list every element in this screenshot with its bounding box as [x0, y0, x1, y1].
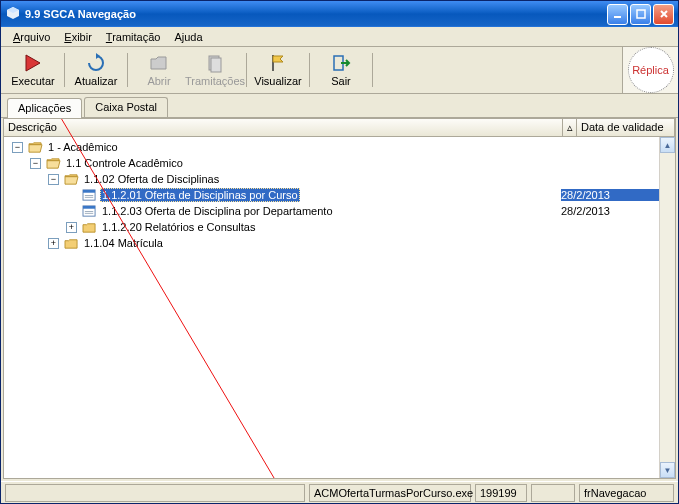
menu-exibir[interactable]: Exibir: [58, 29, 98, 45]
window-controls: [607, 4, 674, 25]
tree-cell-descricao: −1 - Acadêmico: [4, 140, 561, 154]
tree-item-label: 1.1.04 Matrícula: [82, 237, 165, 249]
executar-button[interactable]: Executar: [5, 49, 61, 91]
app-icon: [5, 6, 21, 22]
status-cell-blank: [5, 484, 305, 502]
form-icon: [81, 204, 97, 218]
tab-caixa-postal[interactable]: Caixa Postal: [84, 97, 168, 117]
menu-label: A: [174, 31, 181, 43]
status-cell-num: 199199: [475, 484, 527, 502]
tab-aplicacoes[interactable]: Aplicações: [7, 98, 82, 118]
tree-row[interactable]: +1.1.04 Matrícula: [4, 235, 659, 251]
title-bar[interactable]: 9.9 SGCA Navegação: [1, 1, 678, 27]
toolbar-area: Executar Atualizar Abrir Tramitações Vis…: [1, 47, 678, 94]
tool-label: Abrir: [147, 75, 170, 87]
status-cell-exe: ACMOfertaTurmasPorCurso.exe: [309, 484, 471, 502]
status-bar: ACMOfertaTurmasPorCurso.exe 199199 frNav…: [1, 481, 678, 503]
separator: [309, 53, 310, 87]
form-icon: [81, 188, 97, 202]
atualizar-button[interactable]: Atualizar: [68, 49, 124, 91]
toolbar: Executar Atualizar Abrir Tramitações Vis…: [1, 47, 622, 93]
tree-item-label: 1.1.02 Oferta de Disciplinas: [82, 173, 221, 185]
collapse-toggler[interactable]: −: [30, 158, 41, 169]
folder-open-icon: [27, 140, 43, 154]
folder-open-icon: [63, 172, 79, 186]
maximize-button[interactable]: [630, 4, 651, 25]
tool-label: Atualizar: [75, 75, 118, 87]
vertical-scrollbar[interactable]: ▲ ▼: [659, 137, 675, 478]
svg-rect-0: [614, 16, 621, 18]
tree-row[interactable]: −1 - Acadêmico: [4, 139, 659, 155]
flag-icon: [268, 53, 288, 73]
documents-icon: [205, 53, 225, 73]
separator: [372, 53, 373, 87]
seal-icon: Réplica: [628, 47, 674, 93]
svg-rect-7: [83, 189, 95, 192]
separator: [64, 53, 65, 87]
menu-tramitacao[interactable]: Tramitação: [100, 29, 167, 45]
tool-label: Tramitações: [185, 75, 245, 87]
tree-cell-descricao: −1.1 Controle Acadêmico: [4, 156, 561, 170]
tree-row[interactable]: −1.1.02 Oferta de Disciplinas: [4, 171, 659, 187]
exit-icon: [331, 53, 351, 73]
folder-open-icon: [149, 53, 169, 73]
menu-label: ramitação: [112, 31, 160, 43]
scroll-track[interactable]: [660, 153, 675, 462]
tree-cell-descricao: +1.1.04 Matrícula: [4, 236, 561, 250]
tab-strip: Aplicações Caixa Postal: [1, 94, 678, 118]
minimize-button[interactable]: [607, 4, 628, 25]
tramitacoes-button: Tramitações: [187, 49, 243, 91]
tool-label: Sair: [331, 75, 351, 87]
svg-rect-3: [211, 58, 221, 72]
tree-row[interactable]: 1.1.2.01 Oferta de Disciplinas por Curso…: [4, 187, 659, 203]
tree-cell-date: 28/2/2013: [561, 205, 659, 217]
expand-toggler[interactable]: +: [48, 238, 59, 249]
sair-button[interactable]: Sair: [313, 49, 369, 91]
tree-view[interactable]: −1 - Acadêmico−1.1 Controle Acadêmico−1.…: [4, 137, 659, 478]
menu-arquivo[interactable]: Arquivo: [7, 29, 56, 45]
menu-bar: Arquivo Exibir Tramitação Ajuda: [1, 27, 678, 47]
svg-rect-1: [637, 10, 645, 18]
visualizar-button[interactable]: Visualizar: [250, 49, 306, 91]
tree-item-label: 1.1.2.01 Oferta de Disciplinas por Curso: [100, 188, 300, 202]
list-view: Descrição ▵ Data de validade −1 - Acadêm…: [3, 118, 676, 479]
close-button[interactable]: [653, 4, 674, 25]
tree-item-label: 1.1 Controle Acadêmico: [64, 157, 185, 169]
folder-open-icon: [45, 156, 61, 170]
sort-asc-icon: ▵: [567, 121, 573, 134]
column-descricao[interactable]: Descrição: [4, 119, 563, 136]
tab-label: Aplicações: [18, 102, 71, 114]
separator: [246, 53, 247, 87]
tree-item-label: 1.1.2.03 Oferta de Disciplina por Depart…: [100, 205, 335, 217]
scroll-down-button[interactable]: ▼: [660, 462, 675, 478]
menu-label: uda: [184, 31, 202, 43]
tool-label: Executar: [11, 75, 54, 87]
menu-ajuda[interactable]: Ajuda: [168, 29, 208, 45]
tree-item-label: 1 - Acadêmico: [46, 141, 120, 153]
separator: [127, 53, 128, 87]
menu-label: rquivo: [20, 31, 50, 43]
collapse-toggler[interactable]: −: [12, 142, 23, 153]
play-arrow-icon: [23, 53, 43, 73]
folder-icon: [63, 236, 79, 250]
window-title: 9.9 SGCA Navegação: [25, 8, 607, 20]
tool-label: Visualizar: [254, 75, 302, 87]
tree-cell-descricao: 1.1.2.03 Oferta de Disciplina por Depart…: [4, 204, 561, 218]
folder-icon: [81, 220, 97, 234]
status-cell-form: frNavegacao: [579, 484, 674, 502]
column-data-validade[interactable]: Data de validade: [577, 119, 675, 136]
menu-label: xibir: [72, 31, 92, 43]
tree-row[interactable]: +1.1.2.20 Relatórios e Consultas: [4, 219, 659, 235]
refresh-icon: [86, 53, 106, 73]
collapse-toggler[interactable]: −: [48, 174, 59, 185]
tree-cell-date: 28/2/2013: [561, 189, 659, 201]
svg-rect-11: [83, 205, 95, 208]
status-cell-blank2: [531, 484, 575, 502]
expand-toggler[interactable]: +: [66, 222, 77, 233]
column-sort-indicator[interactable]: ▵: [563, 119, 577, 136]
scroll-up-button[interactable]: ▲: [660, 137, 675, 153]
tree-cell-descricao: +1.1.2.20 Relatórios e Consultas: [4, 220, 561, 234]
tree-row[interactable]: 1.1.2.03 Oferta de Disciplina por Depart…: [4, 203, 659, 219]
tree-row[interactable]: −1.1 Controle Acadêmico: [4, 155, 659, 171]
app-window: 9.9 SGCA Navegação Arquivo Exibir Tramit…: [0, 0, 679, 504]
